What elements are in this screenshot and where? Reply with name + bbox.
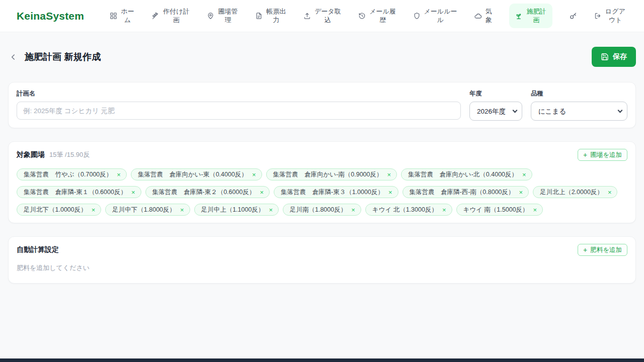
map-pin-icon: [207, 12, 214, 20]
grid-icon: [110, 12, 117, 20]
remove-field-icon[interactable]: ×: [608, 189, 612, 196]
plus-icon: +: [583, 151, 587, 158]
remove-field-icon[interactable]: ×: [351, 207, 355, 213]
remove-field-icon[interactable]: ×: [269, 207, 273, 213]
field-chip-list: 集落営農 竹やぶ（0.7000反）× 集落営農 倉庫向かい-東（0.4000反）…: [17, 168, 627, 216]
remove-field-icon[interactable]: ×: [92, 207, 96, 213]
nav-item-label: ログアウト: [605, 8, 626, 25]
add-fertilizer-button-label: 肥料を追加: [590, 246, 622, 254]
nav-item-home[interactable]: ホーム: [110, 8, 135, 25]
remove-field-icon[interactable]: ×: [180, 207, 184, 213]
sprout-icon: [515, 12, 523, 20]
add-field-button-label: 圃場を追加: [590, 151, 622, 159]
year-label: 年度: [469, 89, 522, 98]
field-chip-label: 集落営農 倉庫向かい-南（0.9000反）: [273, 170, 383, 179]
field-chip: 集落営農 倉庫隣-東２（0.6000反）×: [145, 186, 270, 198]
add-fertilizer-button[interactable]: + 肥料を追加: [578, 244, 627, 256]
wheat-icon: [151, 12, 159, 20]
fertilizer-empty-state: 肥料を追加してください: [17, 263, 627, 273]
save-floppy-icon: [601, 53, 609, 61]
auto-calc-card: 自動計算設定 + 肥料を追加 肥料を追加してください: [8, 236, 636, 284]
save-button-label: 保存: [613, 52, 627, 61]
main-content: 施肥計画 新規作成 保存 計画名 年度 2026年度 品種: [0, 32, 644, 284]
bottom-bar: [0, 358, 644, 362]
nav-item-report-output[interactable]: 帳票出力: [255, 8, 287, 25]
nav-item-mail-rules[interactable]: メールルール: [413, 8, 457, 25]
remove-field-icon[interactable]: ×: [519, 189, 523, 196]
field-chip: キウイ 北（1.3000反）×: [365, 204, 452, 216]
field-chip-label: 集落営農 倉庫隣-西-南（0.8000反）: [410, 188, 515, 197]
field-chip: 集落営農 倉庫向かい-南（0.9000反）×: [266, 168, 397, 180]
auto-calc-title: 自動計算設定: [17, 245, 59, 254]
nav-item-weather[interactable]: 気象: [474, 8, 493, 25]
target-fields-card: 対象圃場 15筆 /15.90反 + 圃場を追加 集落営農 竹やぶ（0.7000…: [8, 141, 636, 223]
field-chip: 足川中下（1.8000反）×: [105, 204, 190, 216]
field-chip: 集落営農 倉庫隣-西-南（0.8000反）×: [403, 186, 529, 198]
nav-item-label: メール履歴: [369, 8, 396, 25]
field-chip-label: キウイ 南（1.5000反）: [463, 206, 529, 214]
nav-item-logout[interactable]: ログアウト: [594, 8, 626, 25]
add-field-button[interactable]: + 圃場を追加: [578, 149, 627, 161]
cloud-icon: [474, 12, 482, 20]
field-chip: 集落営農 倉庫隣-東１（0.6000反）×: [17, 186, 141, 198]
field-chip-label: 集落営農 倉庫隣-東１（0.6000反）: [24, 188, 127, 197]
upload-icon: [303, 12, 311, 20]
remove-field-icon[interactable]: ×: [387, 171, 391, 178]
field-chip-label: 集落営農 倉庫向かい-東（0.4000反）: [138, 170, 248, 179]
variety-label: 品種: [531, 89, 627, 98]
nav-item-field-management[interactable]: 圃場管理: [207, 8, 238, 25]
remove-field-icon[interactable]: ×: [131, 189, 135, 196]
plan-name-input[interactable]: [17, 102, 461, 120]
field-chip-label: 集落営農 倉庫隣-東２（0.6000反）: [152, 188, 256, 197]
remove-field-icon[interactable]: ×: [388, 189, 392, 196]
field-chip: キウイ 南（1.5000反）×: [456, 204, 543, 216]
target-fields-title: 対象圃場: [17, 150, 45, 159]
nav-item-label: メールルール: [424, 8, 457, 25]
nav-item-mail-history[interactable]: メール履歴: [358, 8, 396, 25]
nav-item-key[interactable]: [569, 12, 578, 20]
back-button[interactable]: [8, 52, 19, 62]
field-chip-label: 足川中下（1.8000反）: [112, 206, 176, 214]
variety-select[interactable]: にこまる: [531, 102, 627, 121]
nav-item-label: 気象: [485, 8, 493, 25]
remove-field-icon[interactable]: ×: [252, 171, 256, 178]
field-chip: 集落営農 倉庫隣-東３（1.0000反）×: [274, 186, 398, 198]
nav-item-data-import[interactable]: データ取込: [303, 8, 342, 25]
remove-field-icon[interactable]: ×: [533, 207, 537, 213]
key-icon: [569, 12, 578, 20]
field-chip-label: 足川北上（2.0000反）: [540, 188, 603, 197]
plan-form-card: 計画名 年度 2026年度 品種 にこまる: [8, 82, 636, 128]
plan-name-label: 計画名: [17, 89, 461, 98]
document-icon: [255, 12, 263, 20]
app-logo: KeinaSystem: [17, 10, 84, 22]
history-clock-icon: [358, 12, 366, 20]
field-chip: 足川北上（2.0000反）×: [533, 186, 617, 198]
nav-item-label: ホーム: [120, 8, 135, 25]
field-chip-label: 足川北下（1.0000反）: [24, 206, 87, 214]
remove-field-icon[interactable]: ×: [522, 171, 526, 178]
target-fields-count: 15筆 /15.90反: [49, 150, 90, 159]
field-chip: 足川中上（1.1000反）×: [194, 204, 279, 216]
nav-item-label: 作付け計画: [163, 8, 190, 25]
nav-item-fertilizer-plan[interactable]: 施肥計画: [509, 4, 552, 29]
field-chip-label: 集落営農 竹やぶ（0.7000反）: [24, 170, 112, 179]
field-chip-label: 足川南（1.8000反）: [290, 206, 347, 214]
remove-field-icon[interactable]: ×: [117, 171, 121, 178]
nav-menu: ホーム 作付け計画 圃場管理 帳票出力 データ取込 メール履歴 メールルール: [110, 4, 626, 29]
save-button[interactable]: 保存: [592, 47, 636, 67]
nav-item-planting-plan[interactable]: 作付け計画: [151, 8, 190, 25]
nav-item-label: 施肥計画: [526, 8, 547, 25]
field-chip-label: キウイ 北（1.3000反）: [372, 206, 438, 214]
field-chip: 足川北下（1.0000反）×: [17, 204, 101, 216]
nav-item-label: データ取込: [314, 8, 342, 25]
field-chip: 足川南（1.8000反）×: [283, 204, 361, 216]
plus-icon: +: [583, 246, 587, 253]
remove-field-icon[interactable]: ×: [260, 189, 264, 196]
year-select[interactable]: 2026年度: [469, 102, 522, 121]
field-chip-label: 足川中上（1.1000反）: [201, 206, 265, 214]
field-chip: 集落営農 倉庫向かい-東（0.4000反）×: [131, 168, 262, 180]
top-navigation: KeinaSystem ホーム 作付け計画 圃場管理 帳票出力 データ取込 メー…: [0, 0, 644, 32]
remove-field-icon[interactable]: ×: [442, 207, 446, 213]
page-header: 施肥計画 新規作成 保存: [8, 47, 636, 67]
field-chip: 集落営農 倉庫向かい-北（0.4000反）×: [401, 168, 532, 180]
